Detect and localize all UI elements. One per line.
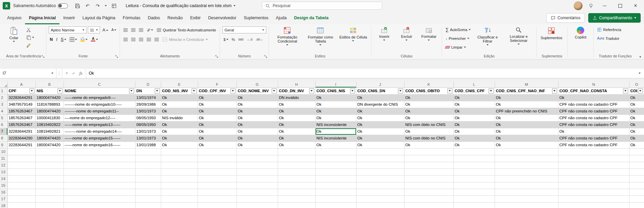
cell-K8[interactable]: NIS com óbito no CNIS (404, 135, 453, 141)
cell-O16[interactable] (629, 189, 644, 196)
cell-G11[interactable] (237, 155, 278, 162)
cell-E6[interactable]: Ok (161, 121, 198, 128)
cell-M12[interactable] (495, 162, 558, 168)
cell-K18[interactable] (404, 202, 453, 208)
cell-O14[interactable] (629, 175, 644, 182)
table-header-cell-H1[interactable]: COD_DN_INV (278, 87, 315, 94)
cell-A5[interactable]: 18576263467 (7, 114, 35, 121)
format-cells-button[interactable]: Formatar (418, 26, 439, 42)
tab-arquivo[interactable]: Arquivo (3, 11, 25, 24)
cell-H12[interactable] (278, 162, 315, 168)
cell-B8[interactable]: 18000474420 (35, 135, 64, 141)
filter-button-C[interactable] (129, 88, 134, 94)
cell-I11[interactable] (315, 155, 356, 162)
cell-K16[interactable] (404, 189, 453, 196)
cell-N6[interactable]: CPF não consta no cadastro CPF (558, 121, 629, 128)
cell-D16[interactable] (135, 189, 161, 196)
cell-O6[interactable]: Ok (629, 121, 644, 128)
cell-N5[interactable]: CPF não consta no cadastro CPF (558, 114, 629, 121)
column-header-L[interactable]: L (453, 81, 495, 87)
cell-O12[interactable] (629, 162, 644, 168)
row-header-4[interactable]: 4 (0, 108, 7, 114)
bold-button[interactable]: N (49, 37, 54, 42)
cell-O9[interactable]: Ok (629, 141, 644, 148)
table-header-cell-C1[interactable]: NOME (64, 87, 135, 94)
cell-H13[interactable] (278, 168, 315, 175)
cell-N9[interactable]: CPF não consta no cadastro CPF (558, 141, 629, 148)
filter-button-L[interactable] (489, 88, 494, 94)
filter-button-B[interactable] (57, 88, 63, 94)
table-header-cell-G1[interactable]: COD_NOME_INV (237, 87, 278, 94)
cell-J4[interactable]: Ok (356, 108, 404, 114)
cell-J7[interactable]: Ok (356, 128, 404, 135)
row-header-6[interactable]: 6 (0, 121, 7, 128)
cell-B11[interactable] (35, 155, 64, 162)
cell-L7[interactable]: Ok (453, 128, 495, 135)
formula-input[interactable]: Ok (86, 69, 635, 78)
cell-D3[interactable]: 28/09/1986 (135, 101, 161, 108)
cell-H9[interactable]: Ok (278, 141, 315, 148)
cell-C4[interactable]: ---------nome do empregado11-- (64, 108, 135, 114)
cell-B4[interactable]: 18000474420 (35, 108, 64, 114)
cell-F14[interactable] (198, 175, 237, 182)
confirm-entry-button[interactable]: ✓ (72, 71, 75, 76)
cell-O13[interactable] (629, 168, 644, 175)
cell-M8[interactable]: Ok (495, 135, 558, 141)
cell-K17[interactable] (404, 196, 453, 202)
cell-N10[interactable] (558, 148, 629, 155)
align-bottom-button[interactable] (138, 28, 144, 32)
cell-C17[interactable] (64, 196, 135, 202)
cell-I5[interactable]: Ok (315, 114, 356, 121)
cell-O17[interactable] (629, 196, 644, 202)
cell-D2[interactable]: 13/01/1974 (135, 94, 161, 101)
number-format-select[interactable]: Geral (222, 26, 266, 33)
cell-L12[interactable] (453, 162, 495, 168)
row-header-7[interactable]: 7 (0, 128, 7, 135)
cell-B9[interactable]: 18000474420 (35, 141, 64, 148)
cell-A11[interactable] (7, 155, 35, 162)
cell-M15[interactable] (495, 182, 558, 189)
font-color-button[interactable]: A (90, 37, 99, 42)
cell-G5[interactable]: Ok (237, 114, 278, 121)
cell-O15[interactable] (629, 182, 644, 189)
italic-button[interactable]: I (55, 37, 58, 42)
cell-O10[interactable] (629, 148, 644, 155)
column-header-A[interactable]: A (7, 81, 35, 87)
cell-D7[interactable]: 13/01/1973 (135, 128, 161, 135)
cell-K7[interactable]: Ok (404, 128, 453, 135)
cell-E16[interactable] (161, 189, 198, 196)
fill-button[interactable]: ↓ Preencher (444, 35, 472, 42)
expand-formula-bar-button[interactable] (635, 69, 644, 78)
row-header-10[interactable]: 10 (0, 148, 7, 155)
cell-D5[interactable]: 08/05/1950 (135, 114, 161, 121)
close-button[interactable]: × (630, 1, 641, 10)
cell-K13[interactable] (404, 168, 453, 175)
cell-F11[interactable] (198, 155, 237, 162)
cell-G17[interactable] (237, 196, 278, 202)
cell-L3[interactable]: Ok (453, 101, 495, 108)
cell-E2[interactable]: Ok (161, 94, 198, 101)
cell-K14[interactable] (404, 175, 453, 182)
cell-C5[interactable]: ----nome do empregado12---- (64, 114, 135, 121)
cell-M6[interactable]: Ok (495, 121, 558, 128)
row-header-15[interactable]: 15 (0, 182, 7, 189)
cell-E13[interactable] (161, 168, 198, 175)
cell-J17[interactable] (356, 196, 404, 202)
row-header-5[interactable]: 5 (0, 114, 7, 121)
row-header-16[interactable]: 16 (0, 189, 7, 196)
cell-L14[interactable] (453, 175, 495, 182)
cell-A8[interactable]: 32283644290 (7, 135, 35, 141)
cell-E14[interactable] (161, 175, 198, 182)
cell-A6[interactable]: 18576263467 (7, 121, 35, 128)
cell-I15[interactable] (315, 182, 356, 189)
cell-C12[interactable] (64, 162, 135, 168)
align-right-button[interactable] (138, 38, 144, 41)
cell-D14[interactable] (135, 175, 161, 182)
column-header-D[interactable]: D (135, 81, 161, 87)
cell-I2[interactable]: Ok (315, 94, 356, 101)
cell-K6[interactable]: NIS com óbito no CNIS (404, 121, 453, 128)
cell-L16[interactable] (453, 189, 495, 196)
cell-D12[interactable] (135, 162, 161, 168)
tab-revisao[interactable]: Revisão (164, 11, 187, 24)
table-header-cell-L1[interactable]: COD_CNIS_CPF (453, 87, 495, 94)
